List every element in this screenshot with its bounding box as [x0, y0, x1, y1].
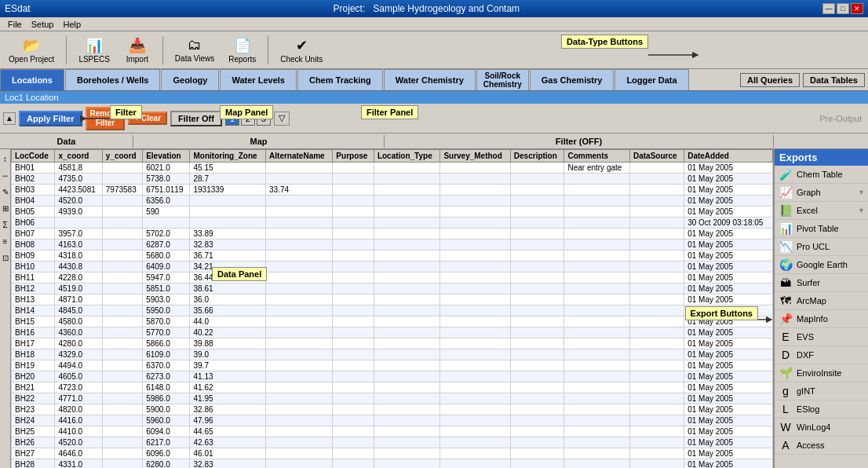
- table-row[interactable]: BH234820.05900.032.8601 May 2005: [12, 404, 773, 415]
- table-row[interactable]: BH194494.06370.039.701 May 2005: [12, 360, 773, 371]
- col-loccode[interactable]: LocCode: [12, 150, 55, 163]
- tab-logger-data[interactable]: Logger Data: [615, 69, 688, 90]
- open-project-button[interactable]: 📂 Open Project: [3, 35, 60, 66]
- table-row[interactable]: BH144845.05950.035.6601 May 2005: [12, 305, 773, 316]
- table-row[interactable]: BH014581.86021.045.15Near entry gate01 M…: [12, 163, 773, 174]
- export-item-surfer[interactable]: 🏔 Surfer: [775, 274, 868, 292]
- table-row[interactable]: BH224771.05986.041.9501 May 2005: [12, 393, 773, 404]
- maximize-button[interactable]: □: [837, 3, 849, 14]
- table-row[interactable]: BH254410.06094.044.6501 May 2005: [12, 426, 773, 437]
- col-monitoring-zone[interactable]: Monitoring_Zone: [190, 150, 266, 163]
- all-queries-button[interactable]: All Queries: [740, 73, 800, 87]
- filter-num-1[interactable]: 1: [225, 112, 239, 126]
- table-row[interactable]: BH174280.05866.039.8801 May 2005: [12, 338, 773, 349]
- scroll-up-button[interactable]: ▲: [3, 112, 16, 125]
- filter-num-2[interactable]: 2: [241, 112, 255, 126]
- export-item-gint[interactable]: g gINT: [775, 382, 868, 400]
- table-row[interactable]: BH284331.06280.032.8301 May 2005: [12, 459, 773, 469]
- left-icon-sigma[interactable]: Σ: [0, 218, 9, 232]
- clear-filter-button[interactable]: + Clear: [128, 112, 167, 125]
- tab-locations[interactable]: Locations: [0, 69, 64, 90]
- col-survey-method[interactable]: Survey_Method: [440, 150, 510, 163]
- tab-water-chemistry[interactable]: Water Chemistry: [384, 69, 476, 90]
- apply-filter-button[interactable]: Apply Filter: [19, 111, 82, 126]
- table-row[interactable]: BH214723.06148.041.6201 May 2005: [12, 382, 773, 393]
- export-item-arcmap[interactable]: 🗺 ArcMap: [775, 292, 868, 310]
- left-icon-edit[interactable]: ✎: [0, 185, 11, 199]
- tab-soil-rock-chemistry[interactable]: Soil/RockChemistry: [476, 69, 529, 90]
- left-icon-sort[interactable]: ↕: [1, 152, 9, 166]
- left-icon-resize[interactable]: ↔: [0, 169, 12, 182]
- table-row[interactable]: BH264520.06217.042.6301 May 2005: [12, 437, 773, 448]
- col-dateadded[interactable]: DateAdded: [684, 150, 773, 163]
- menu-setup[interactable]: Setup: [27, 20, 59, 29]
- export-item-access[interactable]: A Access: [775, 437, 868, 455]
- filter-panel-label[interactable]: Filter (OFF): [385, 135, 774, 148]
- export-item-evs[interactable]: E EVS: [775, 328, 868, 346]
- col-elevation[interactable]: Elevation: [143, 150, 190, 163]
- data-tables-button[interactable]: Data Tables: [803, 73, 865, 87]
- table-row[interactable]: BH244416.05960.047.9601 May 2005: [12, 415, 773, 426]
- export-item-mapinfo[interactable]: 📌 MapInfo: [775, 310, 868, 328]
- tab-water-levels[interactable]: Water Levels: [220, 69, 296, 90]
- export-item-graph[interactable]: 📈 Graph ▼: [775, 184, 868, 202]
- table-row[interactable]: BH024735.05738.028.701 May 2005: [12, 174, 773, 185]
- col-y-coord[interactable]: y_coord: [102, 150, 142, 163]
- col-location-type[interactable]: Location_Type: [374, 150, 439, 163]
- table-row[interactable]: BH124519.05851.038.6101 May 2005: [12, 283, 773, 294]
- import-button[interactable]: 📥 Import: [119, 35, 156, 66]
- export-item-pro-ucl[interactable]: 📉 Pro UCL: [775, 238, 868, 256]
- export-item-pivot-table[interactable]: 📊 Pivot Table: [775, 220, 868, 238]
- reports-button[interactable]: 📄 Reports: [223, 35, 261, 66]
- filter-off-button[interactable]: Filter Off: [170, 111, 222, 126]
- export-item-google-earth[interactable]: 🌍 Google Earth: [775, 256, 868, 274]
- table-row[interactable]: BH054939.059001 May 2005: [12, 207, 773, 218]
- table-row[interactable]: BH034423.508179735836751.0119193133933.7…: [12, 185, 773, 196]
- col-alternate-name[interactable]: AlternateName: [266, 150, 333, 163]
- filter-funnel-icon[interactable]: ▽: [274, 112, 290, 126]
- table-row[interactable]: BH154580.05870.044.001 May 2005: [12, 316, 773, 327]
- menu-file[interactable]: File: [3, 20, 27, 29]
- export-item-excel[interactable]: 📗 Excel ▼: [775, 202, 868, 220]
- left-icon-filter[interactable]: ⊡: [0, 251, 11, 265]
- table-row[interactable]: BH274646.06096.046.0101 May 2005: [12, 448, 773, 459]
- map-panel-label[interactable]: Map: [133, 135, 385, 148]
- table-row[interactable]: BH204605.06273.041.1301 May 2005: [12, 371, 773, 382]
- table-row[interactable]: BH114228.05947.036.4401 May 2005: [12, 272, 773, 283]
- left-icon-grid[interactable]: ⊞: [0, 202, 11, 215]
- close-button[interactable]: ✕: [851, 3, 863, 14]
- data-panel-label[interactable]: Data: [0, 135, 133, 148]
- tab-chem-tracking[interactable]: Chem Tracking: [297, 69, 383, 90]
- col-comments[interactable]: Comments: [564, 150, 630, 163]
- export-item-winlog4[interactable]: W WinLog4: [775, 419, 868, 437]
- table-row[interactable]: BH164360.05770.040.2201 May 2005: [12, 327, 773, 338]
- export-item-chem-table[interactable]: 🧪 Chem Table: [775, 166, 868, 184]
- lspecs-button[interactable]: 📊 LSPECS: [73, 35, 115, 66]
- table-row[interactable]: BH184329.06109.039.001 May 2005: [12, 349, 773, 360]
- table-row[interactable]: BH104430.86409.034.2101 May 2005: [12, 261, 773, 272]
- table-row[interactable]: BH094318.05680.036.7101 May 2005: [12, 250, 773, 261]
- col-purpose[interactable]: Purpose: [333, 150, 374, 163]
- tab-gas-chemistry[interactable]: Gas Chemistry: [530, 69, 615, 90]
- table-row[interactable]: BH0630 Oct 2009 03:18:05: [12, 218, 773, 229]
- tab-geology[interactable]: Geology: [161, 69, 219, 90]
- table-row[interactable]: BH044520.06356.001 May 2005: [12, 196, 773, 207]
- table-cell: [266, 360, 333, 371]
- minimize-button[interactable]: —: [822, 3, 835, 14]
- col-datasource[interactable]: DataSource: [629, 150, 684, 163]
- export-item-enviroinsite[interactable]: 🌱 EnviroInsite: [775, 364, 868, 382]
- table-row[interactable]: BH134871.05903.036.001 May 2005: [12, 294, 773, 305]
- remove-filter-button[interactable]: RemoveFilter: [86, 107, 126, 130]
- filter-num-3[interactable]: 3: [257, 112, 271, 126]
- col-description[interactable]: Description: [510, 150, 564, 163]
- table-row[interactable]: BH073957.05702.033.8901 May 2005: [12, 229, 773, 239]
- data-views-button[interactable]: 🗂 Data Views: [170, 35, 220, 65]
- table-row[interactable]: BH084163.06287.032.8301 May 2005: [12, 239, 773, 250]
- check-units-button[interactable]: ✔ Check Units: [275, 35, 328, 66]
- col-x-coord[interactable]: x_coord: [55, 150, 102, 163]
- menu-help[interactable]: Help: [58, 20, 86, 29]
- export-item-dxf[interactable]: D DXF: [775, 346, 868, 364]
- tab-boreholes-wells[interactable]: Boreholes / Wells: [65, 69, 161, 90]
- left-icon-list[interactable]: ≡: [1, 235, 10, 248]
- export-item-eslog[interactable]: L ESlog: [775, 400, 868, 419]
